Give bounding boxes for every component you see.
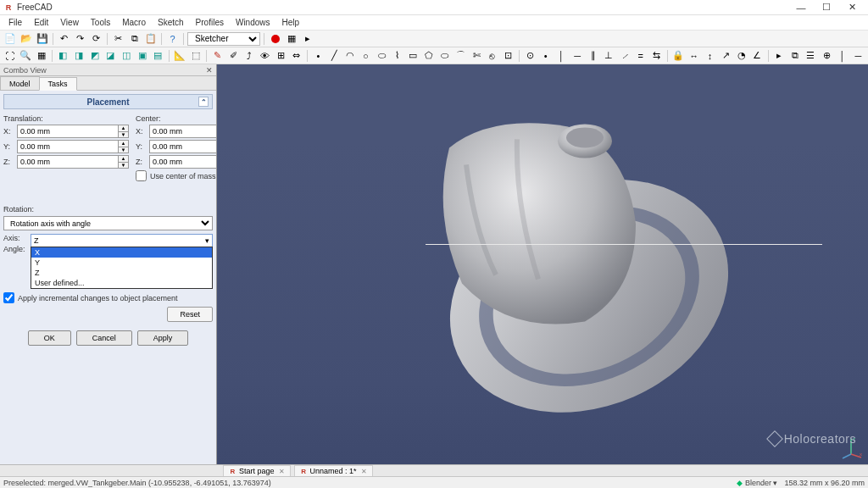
undo-icon[interactable]: ↶ [57, 31, 71, 46]
menu-windows[interactable]: Windows [231, 16, 275, 29]
axis-option-x[interactable]: X [31, 247, 212, 258]
minimize-button[interactable]: — [788, 0, 814, 15]
polyline-icon[interactable]: ⌇ [390, 48, 404, 63]
3d-viewport[interactable]: z x Holocreators [217, 64, 868, 464]
center-x-input[interactable]: ▲▼ [149, 125, 216, 138]
point-icon[interactable]: • [311, 48, 326, 63]
select-vaxis-icon[interactable]: │ [835, 48, 849, 63]
draw-style-icon[interactable]: ▦ [34, 48, 48, 63]
collapse-icon[interactable]: ⌃ [198, 97, 209, 107]
tab-close-icon[interactable]: ✕ [279, 468, 285, 475]
translation-y-input[interactable]: ▲▼ [17, 140, 129, 153]
constr-vdist-icon[interactable]: ↕ [703, 48, 717, 63]
panel-close-icon[interactable]: ✕ [206, 66, 213, 75]
menu-macro[interactable]: Macro [117, 16, 151, 29]
tab-tasks[interactable]: Tasks [39, 77, 77, 91]
measure-icon[interactable]: 📐 [173, 48, 187, 63]
constr-symmetric-icon[interactable]: ⇆ [649, 48, 664, 63]
macro-icon[interactable]: ▸ [300, 31, 314, 46]
tab-unnamed[interactable]: R Unnamed : 1* ✕ [294, 465, 373, 476]
record-icon[interactable] [268, 31, 282, 46]
open-icon[interactable]: 📂 [19, 31, 33, 46]
ok-button[interactable]: OK [28, 330, 71, 346]
view-bottom-icon[interactable]: ▣ [135, 48, 149, 63]
rect-icon[interactable]: ▭ [406, 48, 420, 63]
center-y-input[interactable]: ▲▼ [149, 140, 216, 153]
constr-angle-icon[interactable]: ∠ [750, 48, 765, 63]
menu-profiles[interactable]: Profiles [191, 16, 229, 29]
constr-parallel-icon[interactable]: ∥ [586, 48, 600, 63]
apply-incremental-checkbox[interactable] [3, 292, 14, 303]
save-icon[interactable]: 💾 [35, 31, 49, 46]
fillet-icon[interactable]: ⌒ [453, 48, 468, 63]
placement-header[interactable]: Placement ⌃ [3, 94, 213, 109]
tab-start-page[interactable]: R Start page ✕ [223, 465, 291, 476]
sketch-edit-icon[interactable]: ✐ [226, 48, 241, 63]
select-haxis-icon[interactable]: ─ [851, 48, 865, 63]
view-front-icon[interactable]: ◨ [72, 48, 86, 63]
line-icon[interactable]: ╱ [327, 48, 342, 63]
reset-button[interactable]: Reset [167, 307, 213, 322]
axis-option-z[interactable]: Z [31, 268, 212, 278]
menu-file[interactable]: File [3, 16, 27, 29]
paste-icon[interactable]: 📋 [143, 31, 158, 46]
use-center-of-mass-checkbox[interactable] [136, 170, 147, 181]
cut-icon[interactable]: ✂ [111, 31, 125, 46]
connect-icon[interactable]: ⧉ [787, 48, 802, 63]
sketch-map-icon[interactable]: ⊞ [274, 48, 288, 63]
sketch-leave-icon[interactable]: ⤴ [242, 48, 256, 63]
view-top-icon[interactable]: ◩ [87, 48, 102, 63]
close-button[interactable]: ✕ [839, 0, 865, 15]
center-z-input[interactable]: ▲▼ [149, 155, 216, 169]
maximize-button[interactable]: ☐ [814, 0, 839, 15]
view-left-icon[interactable]: ▤ [151, 48, 165, 63]
menu-help[interactable]: Help [277, 16, 305, 29]
constr-tangent-icon[interactable]: ⟋ [618, 48, 632, 63]
select-constr-icon[interactable]: ☰ [804, 48, 818, 63]
external-icon[interactable]: ⎋ [485, 48, 499, 63]
close-shape-icon[interactable]: ▸ [772, 48, 787, 63]
help-icon[interactable]: ? [165, 31, 180, 46]
zoom-fit-icon[interactable]: ⛶ [3, 48, 17, 63]
cancel-button[interactable]: Cancel [76, 330, 132, 346]
constr-lock-icon[interactable]: 🔒 [671, 48, 686, 63]
copy-icon[interactable]: ⧉ [127, 31, 142, 46]
rotation-mode-select[interactable]: Rotation axis with angle [3, 216, 213, 230]
tab-model[interactable]: Model [0, 76, 40, 90]
view-iso-icon[interactable]: ◧ [56, 48, 70, 63]
magnify-icon[interactable]: 🔍 [19, 48, 33, 63]
circle-icon[interactable]: ○ [359, 48, 373, 63]
constr-vertical-icon[interactable]: │ [554, 48, 569, 63]
axis-select[interactable]: Z ▾ [31, 234, 213, 247]
view-rear-icon[interactable]: ◫ [120, 48, 134, 63]
translation-x-input[interactable]: ▲▼ [17, 125, 129, 138]
axis-option-user[interactable]: User defined... [31, 278, 212, 288]
sketch-view-icon[interactable]: 👁 [258, 48, 272, 63]
select-origin-icon[interactable]: ⊕ [820, 48, 834, 63]
slot-icon[interactable]: ⬭ [437, 48, 452, 63]
axis-option-y[interactable]: Y [31, 258, 212, 268]
constr-perp-icon[interactable]: ⊥ [602, 48, 616, 63]
construction-icon[interactable]: ⊡ [501, 48, 515, 63]
arc-icon[interactable]: ◠ [342, 48, 357, 63]
redo-icon[interactable]: ↷ [73, 31, 87, 46]
constr-length-icon[interactable]: ↗ [719, 48, 733, 63]
nav-style[interactable]: ◆ Blender ▾ [737, 479, 777, 487]
menu-edit[interactable]: Edit [29, 16, 53, 29]
stop-icon[interactable]: ▦ [284, 31, 298, 46]
tab-close-icon[interactable]: ✕ [361, 468, 367, 475]
translation-z-input[interactable]: ▲▼ [17, 155, 129, 169]
part-icon[interactable]: ⬚ [188, 48, 203, 63]
constr-horizontal-icon[interactable]: ─ [570, 48, 585, 63]
view-right-icon[interactable]: ◪ [103, 48, 118, 63]
polygon-icon[interactable]: ⬠ [422, 48, 437, 63]
constr-radius-icon[interactable]: ◔ [734, 48, 748, 63]
ellipse-icon[interactable]: ⬭ [375, 48, 389, 63]
constr-point-icon[interactable]: • [538, 48, 553, 63]
apply-button[interactable]: Apply [137, 330, 189, 346]
sketch-new-icon[interactable]: ✎ [210, 48, 225, 63]
constr-hdist-icon[interactable]: ↔ [687, 48, 701, 63]
workbench-select[interactable]: Sketcher [187, 32, 260, 46]
constr-equal-icon[interactable]: = [633, 48, 648, 63]
menu-view[interactable]: View [55, 16, 84, 29]
